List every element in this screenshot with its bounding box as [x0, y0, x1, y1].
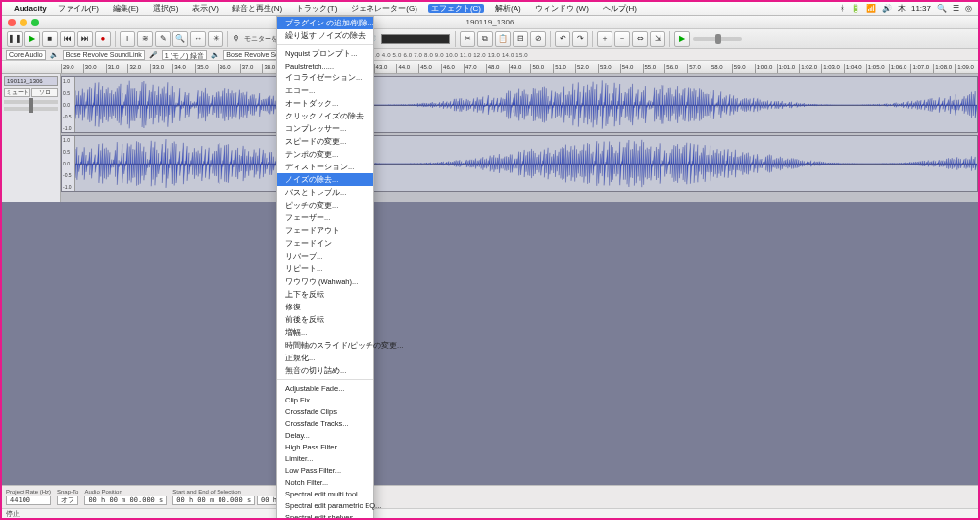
- menu-トラック(T)[interactable]: トラック(T): [293, 4, 340, 13]
- siri-icon[interactable]: ◎: [965, 4, 972, 13]
- menu-ジェネレーター(G)[interactable]: ジェネレーター(G): [348, 4, 420, 13]
- menu-item[interactable]: Low Pass Filter...: [277, 464, 373, 476]
- menu-item[interactable]: バスとトレブル...: [277, 186, 373, 199]
- menu-選択(S)[interactable]: 選択(S): [150, 4, 182, 13]
- minimize-icon[interactable]: [20, 19, 27, 26]
- menu-item[interactable]: コンプレッサー...: [277, 122, 373, 135]
- menu-item[interactable]: エコー...: [277, 84, 373, 97]
- menu-エフェクト(C)[interactable]: エフェクト(C): [428, 4, 484, 13]
- effects-menu-dropdown[interactable]: プラグイン の追加/削除...繰り返す ノイズの除去Nyquist プロンプト.…: [276, 16, 374, 520]
- menu-item[interactable]: ノイズの除去...: [277, 173, 373, 186]
- menu-item[interactable]: Notch Filter...: [277, 476, 373, 488]
- menu-item[interactable]: ディストーション...: [277, 161, 373, 173]
- timeline-ruler[interactable]: 29.030.031.032.033.034.035.036.037.038.0…: [2, 61, 978, 74]
- menu-item[interactable]: イコライゼーション...: [277, 71, 373, 84]
- menu-item[interactable]: Delay...: [277, 429, 373, 441]
- menu-item[interactable]: テンポの変更...: [277, 148, 373, 161]
- menu-item[interactable]: スピードの変更...: [277, 135, 373, 148]
- silence-button[interactable]: ⊘: [530, 31, 546, 47]
- selection-tool-button[interactable]: I: [120, 31, 135, 47]
- undo-button[interactable]: ↶: [555, 31, 570, 47]
- draw-tool-button[interactable]: ✎: [155, 31, 171, 47]
- menu-item[interactable]: 繰り返す ノイズの除去: [277, 29, 373, 42]
- menu-item[interactable]: 増幅...: [277, 326, 373, 339]
- empty-tracks-area[interactable]: [2, 202, 978, 485]
- track-control-panel[interactable]: 190119_1306 ミュート ソロ: [2, 74, 61, 202]
- play-at-speed-button[interactable]: ▶: [674, 31, 690, 47]
- pan-slider[interactable]: [4, 107, 58, 111]
- menu-item[interactable]: 時間軸のスライド/ピッチの変更...: [277, 339, 373, 352]
- menu-item[interactable]: Crossfade Clips: [277, 405, 373, 417]
- menu-item[interactable]: Spectral edit multi tool: [277, 488, 373, 499]
- menu-ヘルプ(H)[interactable]: ヘルプ(H): [600, 4, 640, 13]
- menu-ウィンドウ (W)[interactable]: ウィンドウ (W): [532, 4, 592, 13]
- envelope-tool-button[interactable]: ≋: [137, 31, 153, 47]
- gain-slider[interactable]: [4, 100, 58, 104]
- menu-item[interactable]: Paulstretch......: [277, 60, 373, 71]
- close-icon[interactable]: [8, 19, 16, 26]
- fit-selection-button[interactable]: ⇔: [632, 31, 648, 47]
- menu-item[interactable]: 正規化...: [277, 352, 373, 364]
- menu-item[interactable]: クリックノイズの除去...: [277, 110, 373, 122]
- channel-left[interactable]: 1.00.50.0-0.5-1.0: [61, 76, 978, 133]
- playback-meter[interactable]: [381, 34, 450, 44]
- menu-item[interactable]: High Pass Filter...: [277, 441, 373, 452]
- notifications-icon[interactable]: ☰: [953, 4, 959, 13]
- fit-project-button[interactable]: ⇲: [650, 31, 665, 47]
- track-name[interactable]: 190119_1306: [4, 76, 58, 86]
- playback-device-select[interactable]: Bose Revolve SoundLink: [63, 50, 145, 60]
- menu-item[interactable]: 前後を反転: [277, 313, 373, 326]
- skip-end-button[interactable]: ⏭: [77, 31, 93, 47]
- audio-host-select[interactable]: Core Audio: [6, 50, 46, 60]
- multi-tool-button[interactable]: ✳: [208, 31, 223, 47]
- trim-button[interactable]: ⊟: [513, 31, 528, 47]
- zoom-icon[interactable]: [31, 19, 39, 26]
- bluetooth-icon[interactable]: ᚼ: [840, 4, 845, 13]
- waveform-area[interactable]: 1.00.50.0-0.5-1.0 1.00.50.0-0.5-1.0: [61, 74, 978, 202]
- timeshift-tool-button[interactable]: ↔: [190, 31, 206, 47]
- menu-item[interactable]: フェーザー...: [277, 212, 373, 224]
- menu-item[interactable]: ピッチの変更...: [277, 199, 373, 212]
- playback-speed-slider[interactable]: [693, 37, 742, 41]
- menu-編集(E)[interactable]: 編集(E): [110, 4, 142, 13]
- paste-button[interactable]: 📋: [495, 31, 511, 47]
- rec-meter-icon[interactable]: 🎙: [233, 35, 240, 42]
- menu-item[interactable]: Spectral edit parametric EQ...: [277, 499, 373, 511]
- rec-channels-select[interactable]: 1 (モノ) 録音: [162, 50, 207, 60]
- pause-button[interactable]: ❚❚: [7, 31, 23, 47]
- volume-icon[interactable]: 🔊: [882, 4, 892, 13]
- menu-item[interactable]: ワウワウ (Wahwah)...: [277, 275, 373, 288]
- zoom-out-button[interactable]: －: [614, 31, 630, 47]
- menu-item[interactable]: 修復: [277, 301, 373, 313]
- project-rate-field[interactable]: 44100: [6, 496, 51, 505]
- skip-start-button[interactable]: ⏮: [60, 31, 75, 47]
- battery-icon[interactable]: 🔋: [851, 4, 860, 13]
- menu-item[interactable]: Spectral edit shelves...: [277, 511, 373, 520]
- redo-button[interactable]: ↷: [572, 31, 588, 47]
- menu-item[interactable]: Nyquist プロンプト...: [277, 47, 373, 60]
- menu-item[interactable]: リバーブ...: [277, 250, 373, 262]
- channel-right[interactable]: 1.00.50.0-0.5-1.0: [61, 135, 978, 192]
- menu-表示(V)[interactable]: 表示(V): [189, 4, 221, 13]
- play-button[interactable]: ▶: [24, 31, 40, 47]
- menu-item[interactable]: Clip Fix...: [277, 394, 373, 405]
- menu-item[interactable]: Crossfade Tracks...: [277, 417, 373, 429]
- menu-解析(A)[interactable]: 解析(A): [492, 4, 524, 13]
- menu-item[interactable]: 上下を反転: [277, 288, 373, 301]
- snap-to-select[interactable]: オフ: [57, 496, 78, 505]
- copy-button[interactable]: ⧉: [477, 31, 493, 47]
- menu-item[interactable]: リピート...: [277, 262, 373, 275]
- solo-button[interactable]: ソロ: [31, 88, 58, 97]
- menu-item[interactable]: フェードアウト: [277, 224, 373, 237]
- zoom-tool-button[interactable]: 🔍: [172, 31, 188, 47]
- wifi-icon[interactable]: 📶: [866, 4, 876, 13]
- menu-item[interactable]: 無音の切り詰め...: [277, 364, 373, 377]
- spotlight-icon[interactable]: 🔍: [937, 4, 947, 13]
- menu-録音と再生(N)[interactable]: 録音と再生(N): [229, 4, 285, 13]
- selection-start-field[interactable]: 00 h 00 m 00.000 s: [172, 496, 255, 505]
- menu-ファイル(F)[interactable]: ファイル(F): [55, 4, 102, 13]
- menu-item[interactable]: オートダック...: [277, 97, 373, 110]
- menu-item[interactable]: Adjustable Fade...: [277, 382, 373, 394]
- record-button[interactable]: ●: [95, 31, 111, 47]
- menu-item[interactable]: フェードイン: [277, 237, 373, 250]
